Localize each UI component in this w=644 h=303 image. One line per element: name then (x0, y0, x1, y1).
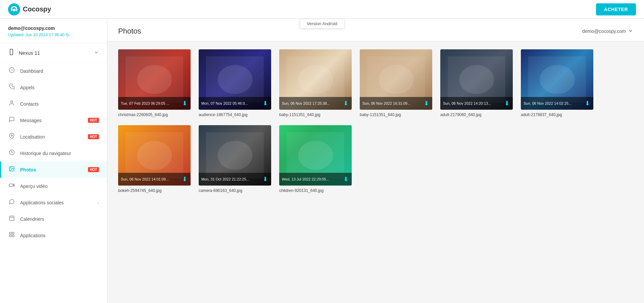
phone-icon (8, 84, 15, 91)
sidebar-item-calendriers[interactable]: Calendriers (0, 211, 107, 227)
photo-filename: adult-2179060_640.jpg (440, 112, 513, 117)
device-selector[interactable]: Nexus 11 (0, 43, 107, 63)
photo-overlay: Wed, 13 Jul 2022 22:29:05... ⬇ (279, 173, 352, 186)
sidebar-item-photos[interactable]: Photos HOT (0, 161, 107, 178)
svg-point-23 (137, 65, 172, 94)
photo-filename: camera-690163_640.jpg (199, 188, 271, 193)
person-icon (8, 100, 15, 108)
svg-point-37 (217, 141, 252, 170)
photo-timestamp: Tue, 07 Feb 2023 06:29:05 ... (121, 101, 169, 105)
photo-overlay: Mon, 31 Oct 2022 21:22:25... ⬇ (199, 173, 271, 186)
photo-timestamp: Sun, 06 Nov 2022 16:31:09... (362, 101, 410, 105)
sidebar-item-applications[interactable]: Applications (0, 227, 107, 244)
device-chevron-icon (94, 50, 99, 56)
download-button[interactable]: ⬇ (423, 99, 430, 108)
svg-line-6 (12, 70, 12, 71)
chat-bubble-icon (8, 199, 15, 206)
download-button[interactable]: ⬇ (504, 99, 510, 108)
sidebar-account: demo@cocospy.com Updated: Jun 10 2024 17… (0, 19, 107, 43)
photo-thumb-wrapper: Sun, 06 Nov 2022 16:31:09... ⬇ (360, 49, 432, 110)
sidebar-item-dashboard[interactable]: Dashboard (0, 63, 107, 79)
dashboard-icon (8, 67, 15, 75)
sidebar-item-apercu-video[interactable]: Aperçu vidéo (0, 178, 107, 194)
svg-rect-14 (9, 216, 14, 221)
photo-item: Sun, 06 Nov 2022 16:31:09... ⬇ baby-1151… (360, 49, 432, 117)
svg-point-11 (10, 167, 11, 168)
refresh-icon[interactable]: ↻ (66, 32, 70, 38)
photo-timestamp: Sun, 06 Nov 2022 14:01:09... (121, 177, 169, 181)
hot-badge: HOT (88, 167, 99, 172)
download-icon: ⬇ (504, 100, 509, 107)
download-button[interactable]: ⬇ (262, 99, 268, 108)
sidebar-nav: Dashboard Appels Contacts (0, 63, 107, 244)
sidebar-item-historique[interactable]: Historique du navigateur (0, 145, 107, 161)
download-button[interactable]: ⬇ (584, 99, 591, 108)
sidebar-item-label: Aperçu vidéo (20, 184, 99, 189)
photo-thumb-wrapper: Wed, 13 Jul 2022 22:29:05... ⬇ (279, 125, 352, 186)
download-button[interactable]: ⬇ (262, 175, 268, 184)
user-email: demo@cocospy.com (582, 29, 626, 34)
download-icon: ⬇ (343, 176, 348, 183)
photo-item: Mon, 07 Nov 2022 05:46:0... ⬇ audience-1… (199, 49, 271, 117)
download-icon: ⬇ (182, 176, 187, 183)
logo-text: Cocospy (23, 5, 51, 13)
photo-thumb-wrapper: Sun, 06 Nov 2022 14:02:25... ⬇ (521, 49, 593, 110)
sidebar-item-label: Localisation (20, 134, 82, 140)
device-info: Nexus 11 (8, 49, 40, 57)
photo-thumb-wrapper: Tue, 07 Feb 2023 06:29:05 ... ⬇ (118, 49, 191, 110)
photos-grid: Tue, 07 Feb 2023 06:29:05 ... ⬇ christma… (118, 49, 633, 193)
download-button[interactable]: ⬇ (343, 175, 349, 184)
sidebar-item-label: Applications (20, 233, 99, 238)
download-icon: ⬇ (424, 100, 429, 107)
location-icon (8, 133, 15, 141)
photo-thumb-wrapper: Mon, 07 Nov 2022 05:46:0... ⬇ (199, 49, 271, 110)
photo-thumb-wrapper: Sun, 06 Nov 2022 17:25:38... ⬇ (279, 49, 352, 110)
photo-item: Tue, 07 Feb 2023 06:29:05 ... ⬇ christma… (118, 49, 191, 117)
svg-point-1 (13, 9, 15, 11)
photo-timestamp: Mon, 07 Nov 2022 05:46:0... (201, 101, 248, 105)
photo-timestamp: Sun, 06 Nov 2022 14:20:13... (443, 101, 491, 105)
photo-overlay: Sun, 06 Nov 2022 14:01:09... ⬇ (118, 173, 191, 186)
version-badge: Version Android (300, 19, 344, 29)
hot-badge: HOT (88, 118, 99, 123)
photo-timestamp: Mon, 31 Oct 2022 21:22:25... (201, 177, 249, 181)
sidebar-item-label: Historique du navigateur (20, 151, 99, 156)
photo-item: Wed, 13 Jul 2022 22:29:05... ⬇ children-… (279, 125, 352, 193)
sidebar-item-appels[interactable]: Appels (0, 79, 107, 96)
photo-overlay: Tue, 07 Feb 2023 06:29:05 ... ⬇ (118, 97, 191, 110)
dropdown-chevron-icon (628, 28, 633, 35)
user-dropdown[interactable]: demo@cocospy.com (582, 28, 633, 35)
sidebar-item-label: Applications sociales (20, 200, 93, 205)
calendar-icon (8, 215, 15, 223)
svg-rect-18 (9, 232, 11, 234)
svg-point-25 (217, 65, 252, 94)
sidebar-item-label: Contacts (20, 101, 99, 107)
sidebar-item-localisation[interactable]: Localisation HOT (0, 129, 107, 145)
sidebar-item-label: Photos (20, 167, 82, 172)
photo-thumb-wrapper: Sun, 06 Nov 2022 14:01:09... ⬇ (118, 125, 191, 186)
photo-overlay: Sun, 06 Nov 2022 16:31:09... ⬇ (360, 97, 432, 110)
page-title: Photos (118, 27, 141, 36)
photo-overlay: Sun, 06 Nov 2022 14:02:25... ⬇ (521, 97, 593, 110)
sidebar-item-applications-sociales[interactable]: Applications sociales › (0, 194, 107, 211)
download-icon: ⬇ (585, 100, 590, 107)
account-email: demo@cocospy.com (8, 26, 99, 31)
photo-item: Sun, 06 Nov 2022 14:20:13... ⬇ adult-217… (440, 49, 513, 117)
video-icon (8, 182, 15, 190)
nav-chevron-icon: › (98, 200, 99, 205)
photo-overlay: Sun, 06 Nov 2022 17:25:38... ⬇ (279, 97, 352, 110)
sidebar-item-contacts[interactable]: Contacts (0, 96, 107, 112)
layout: demo@cocospy.com Updated: Jun 10 2024 17… (0, 0, 644, 303)
download-button[interactable]: ⬇ (182, 175, 188, 184)
main-content: Photos demo@cocospy.com (107, 19, 644, 303)
sidebar-item-label: Appels (20, 85, 99, 90)
sidebar-item-messages[interactable]: Messages HOT (0, 112, 107, 129)
photo-filename: baby-1151351_640.jpg (360, 112, 432, 117)
device-name: Nexus 11 (19, 50, 40, 56)
download-button[interactable]: ⬇ (343, 99, 349, 108)
svg-point-33 (540, 65, 575, 94)
download-button[interactable]: ⬇ (182, 99, 188, 108)
photo-timestamp: Sun, 06 Nov 2022 17:25:38... (282, 101, 330, 105)
download-icon: ⬇ (263, 100, 268, 107)
buy-button[interactable]: ACHETER (596, 3, 636, 15)
